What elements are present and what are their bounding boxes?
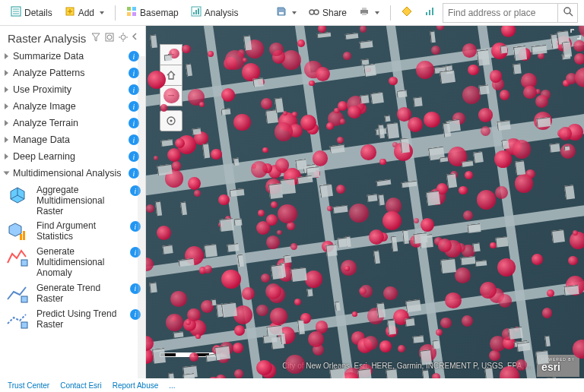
- save-button[interactable]: [271, 4, 301, 21]
- category-label: Analyze Image: [13, 101, 129, 112]
- history-icon[interactable]: [104, 32, 115, 45]
- measure-button[interactable]: [420, 4, 440, 21]
- zoom-in-button[interactable]: +: [160, 44, 182, 65]
- contact-esri-link[interactable]: Contact Esri: [60, 381, 101, 390]
- svg-rect-37: [21, 322, 27, 328]
- report-abuse-link[interactable]: Report Abuse: [113, 381, 159, 390]
- locate-button[interactable]: [160, 110, 182, 131]
- category-manage-data[interactable]: Manage Datai: [0, 131, 145, 148]
- category-analyze-image[interactable]: Analyze Imagei: [0, 98, 145, 115]
- category-label: Use Proximity: [13, 84, 129, 95]
- category-label: Analyze Terrain: [13, 118, 129, 128]
- add-icon: [65, 6, 75, 19]
- expand-arrow-icon: [5, 70, 8, 76]
- svg-rect-15: [279, 12, 284, 14]
- svg-rect-19: [362, 8, 367, 10]
- attribution: City of New Orleans, Esri, HERE, Garmin,…: [282, 355, 579, 377]
- print-button[interactable]: [354, 4, 384, 21]
- attribution-text: City of New Orleans, Esri, HERE, Garmin,…: [282, 362, 532, 370]
- filter-icon[interactable]: [90, 32, 101, 45]
- print-icon: [359, 6, 370, 19]
- caret-down-icon: [292, 11, 297, 14]
- add-button[interactable]: Add: [60, 4, 109, 21]
- top-toolbar: Details Add Basemap Analysis Share: [0, 0, 584, 26]
- expand-map-button[interactable]: [570, 29, 581, 40]
- category-label: Summarize Data: [13, 51, 129, 62]
- panel-title: Raster Analysis: [8, 32, 86, 45]
- svg-line-25: [570, 13, 573, 16]
- map-viewport[interactable]: + − City of New Orleans, Esri, HERE, Gar…: [146, 26, 584, 378]
- tool-icon: [5, 247, 30, 268]
- analysis-label: Analysis: [205, 8, 239, 18]
- tool-generate-multidimensional-anomaly[interactable]: Generate Multidimensional Anomalyi: [3, 245, 142, 280]
- tool-label: Generate Multidimensional Anomaly: [36, 247, 124, 278]
- collapse-icon[interactable]: [132, 32, 138, 45]
- link-icon: [309, 8, 319, 18]
- details-label: Details: [24, 8, 52, 18]
- tool-icon: [5, 309, 30, 330]
- svg-rect-13: [195, 10, 197, 14]
- add-label: Add: [78, 8, 94, 18]
- save-icon: [276, 6, 287, 19]
- share-label: Share: [322, 8, 347, 18]
- category-label: Analyze Patterns: [13, 68, 129, 78]
- search-button[interactable]: [557, 4, 577, 22]
- zoom-out-button[interactable]: −: [160, 85, 182, 106]
- svg-rect-23: [432, 8, 433, 15]
- separator: [390, 5, 391, 21]
- category-analyze-terrain[interactable]: Analyze Terraini: [0, 115, 145, 131]
- category-label: Multidimensional Analysis: [13, 168, 129, 179]
- svg-point-16: [309, 10, 314, 14]
- aerial-imagery: [146, 26, 584, 378]
- scale-bar: [160, 352, 227, 357]
- directions-button[interactable]: [397, 4, 417, 21]
- search-icon: [563, 6, 573, 19]
- tool-label: Generate Trend Raster: [36, 283, 124, 305]
- details-button[interactable]: Details: [6, 4, 57, 21]
- analysis-sidebar: Raster Analysis Summarize DataiAnalyze P…: [0, 26, 146, 378]
- svg-rect-34: [23, 231, 25, 240]
- search-input[interactable]: [443, 8, 557, 18]
- svg-rect-22: [429, 10, 430, 15]
- footer: Trust Center Contact Esri Report Abuse .…: [0, 378, 584, 392]
- svg-point-17: [314, 10, 319, 14]
- category-analyze-patterns[interactable]: Analyze Patternsi: [0, 65, 145, 81]
- category-deep-learning[interactable]: Deep Learningi: [0, 148, 145, 165]
- tool-icon: [5, 283, 30, 305]
- svg-rect-7: [127, 7, 131, 11]
- tool-aggregate-multidimensional-raster[interactable]: Aggregate Multidimensional Rasteri: [3, 183, 142, 219]
- tool-predict-using-trend-raster[interactable]: Predict Using Trend Rasteri: [3, 307, 142, 333]
- esri-logo: POWERED BY esri: [537, 355, 579, 377]
- expand-arrow-icon: [5, 153, 8, 160]
- home-button[interactable]: [160, 65, 182, 86]
- more-link[interactable]: ...: [169, 381, 175, 390]
- category-label: Deep Learning: [13, 151, 129, 162]
- settings-icon[interactable]: [118, 32, 129, 45]
- caret-down-icon: [375, 11, 379, 14]
- tool-generate-trend-raster[interactable]: Generate Trend Rasteri: [3, 281, 142, 307]
- category-label: Manage Data: [13, 134, 129, 145]
- category-use-proximity[interactable]: Use Proximityi: [0, 81, 145, 98]
- details-icon: [11, 6, 21, 19]
- tool-find-argument-statistics[interactable]: Find Argument Statisticsi: [3, 219, 142, 245]
- chart-icon: [424, 6, 435, 19]
- scroll-indicator[interactable]: [138, 56, 145, 378]
- basemap-label: Basemap: [140, 8, 179, 18]
- category-multidimensional-analysis[interactable]: Multidimensional Analysisi: [0, 165, 145, 182]
- tool-icon: [5, 221, 30, 242]
- expand-arrow-icon: [5, 120, 8, 126]
- svg-rect-10: [132, 12, 136, 16]
- share-button[interactable]: Share: [304, 5, 351, 21]
- svg-rect-36: [21, 296, 27, 302]
- svg-point-39: [170, 120, 173, 122]
- analysis-button[interactable]: Analysis: [186, 4, 243, 21]
- svg-rect-14: [198, 8, 199, 14]
- category-list: Summarize DataiAnalyze PatternsiUse Prox…: [0, 48, 145, 378]
- tool-label: Find Argument Statistics: [36, 221, 124, 242]
- svg-rect-21: [426, 12, 427, 15]
- category-summarize-data[interactable]: Summarize Datai: [0, 48, 145, 65]
- basemap-button[interactable]: Basemap: [122, 4, 183, 21]
- expand-arrow-icon: [5, 53, 8, 59]
- trust-center-link[interactable]: Trust Center: [8, 381, 49, 390]
- svg-point-27: [107, 35, 112, 40]
